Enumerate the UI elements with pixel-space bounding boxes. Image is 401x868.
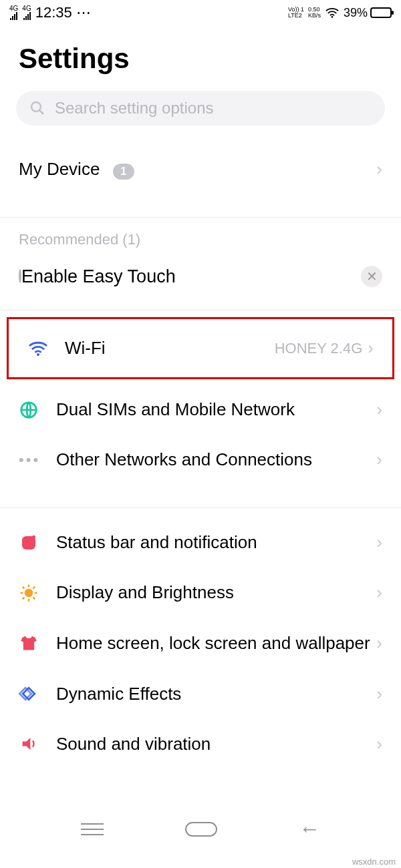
status-time: 12:35 (35, 4, 72, 21)
brightness-icon (19, 583, 56, 603)
dots-icon: ••• (19, 451, 56, 469)
display-label: Display and Brightness (56, 582, 376, 603)
signal-2-icon: 4G (22, 5, 31, 20)
statusbar-notification-label: Status bar and notification (56, 532, 376, 553)
chevron-right-icon: › (376, 734, 382, 754)
my-device-row[interactable]: My Device 1 › (0, 144, 401, 194)
svg-point-3 (37, 353, 39, 356)
chevron-right-icon: › (376, 159, 382, 180)
wifi-icon (27, 340, 65, 357)
search-box[interactable] (16, 91, 385, 126)
svg-line-2 (39, 110, 43, 114)
close-icon[interactable]: ✕ (361, 266, 382, 287)
chevron-right-icon: › (376, 449, 382, 470)
svg-point-1 (31, 102, 41, 112)
sound-icon (19, 734, 56, 753)
recommended-item[interactable]: Enable Easy Touch ✕ (0, 255, 401, 298)
search-icon (29, 100, 45, 116)
chevron-right-icon: › (376, 399, 382, 420)
svg-point-7 (25, 590, 32, 596)
dynamic-effects-row[interactable]: Dynamic Effects › (0, 669, 401, 719)
display-row[interactable]: Display and Brightness › (0, 568, 401, 618)
wifi-status-icon (325, 7, 340, 19)
dual-sim-row[interactable]: Dual SIMs and Mobile Network › (0, 385, 401, 435)
battery-indicator: 39% (344, 6, 392, 20)
chevron-right-icon: › (368, 338, 374, 359)
dual-sim-label: Dual SIMs and Mobile Network (56, 399, 376, 420)
other-networks-row[interactable]: ••• Other Networks and Connections › (0, 435, 401, 485)
sound-row[interactable]: Sound and vibration › (0, 719, 401, 769)
my-device-badge: 1 (113, 164, 134, 180)
my-device-label: My Device 1 (19, 159, 376, 180)
globe-icon (19, 400, 56, 420)
svg-line-12 (23, 586, 25, 588)
navigation-bar: ← (0, 809, 401, 849)
volte-indicator: Vo)) 1 LTE2 (288, 7, 304, 19)
statusbar-notification-row[interactable]: Status bar and notification › (0, 517, 401, 568)
home-screen-row[interactable]: Home screen, lock screen and wallpaper › (0, 618, 401, 669)
watermark: wsxdn.com (352, 857, 396, 867)
home-screen-label: Home screen, lock screen and wallpaper (56, 632, 376, 654)
svg-point-6 (32, 535, 35, 538)
svg-line-13 (33, 597, 35, 599)
diamond-icon (19, 684, 56, 704)
chevron-right-icon: › (376, 582, 382, 603)
chevron-right-icon: › (376, 532, 382, 553)
dynamic-effects-label: Dynamic Effects (56, 684, 376, 704)
more-icon: ⋯ (76, 4, 92, 21)
signal-1-icon: 4G (9, 5, 18, 20)
notification-icon (19, 533, 56, 553)
recommended-item-label: Enable Easy Touch (21, 266, 361, 287)
chevron-right-icon: › (376, 684, 382, 704)
status-bar: 4G 4G 12:35 ⋯ Vo)) 1 LTE2 0.50 KB/s 39% (0, 0, 401, 23)
recent-apps-button[interactable] (81, 819, 104, 839)
search-input[interactable] (55, 99, 372, 118)
chevron-right-icon: › (376, 633, 382, 654)
wifi-row[interactable]: Wi-Fi HONEY 2.4G › (9, 323, 392, 373)
other-networks-label: Other Networks and Connections (56, 449, 376, 470)
home-button[interactable] (185, 822, 217, 837)
back-button[interactable]: ← (299, 817, 320, 841)
recommended-header: Recommended (1) (0, 218, 401, 255)
page-title: Settings (0, 23, 401, 91)
wifi-label: Wi-Fi (65, 338, 275, 359)
sound-label: Sound and vibration (56, 734, 376, 754)
shirt-icon (19, 634, 56, 652)
svg-line-14 (23, 597, 25, 599)
svg-line-15 (33, 586, 35, 588)
network-speed-indicator: 0.50 KB/s (308, 7, 321, 19)
svg-point-0 (331, 16, 333, 18)
wifi-highlight: Wi-Fi HONEY 2.4G › (7, 317, 394, 379)
wifi-value: HONEY 2.4G (275, 340, 363, 357)
